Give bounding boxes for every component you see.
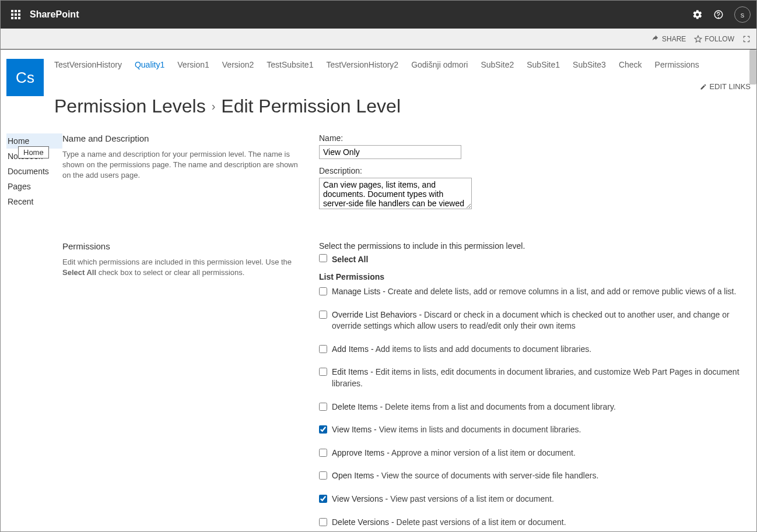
- suite-bar: SharePoint s: [1, 1, 756, 29]
- section-permissions: Permissions Edit which permissions are i…: [62, 241, 751, 531]
- perm-row: Manage Lists - Create and delete lists, …: [319, 286, 751, 298]
- follow-label: FOLLOW: [705, 35, 734, 43]
- section-heading: Permissions: [62, 241, 307, 251]
- focus-icon: [742, 35, 751, 43]
- name-input[interactable]: [319, 145, 461, 159]
- section-name-desc: Name and Description Type a name and des…: [62, 133, 751, 218]
- page-title: Permission Levels › Edit Permission Leve…: [54, 96, 751, 117]
- topnav-item[interactable]: Godišnji odmori: [411, 60, 468, 69]
- perm-checkbox[interactable]: [319, 518, 327, 526]
- quicklaunch-item[interactable]: Documents: [6, 164, 62, 179]
- suite-title[interactable]: SharePoint: [30, 9, 79, 20]
- perm-list: Manage Lists - Create and delete lists, …: [319, 286, 751, 531]
- follow-button[interactable]: FOLLOW: [694, 35, 734, 43]
- pencil-icon: [700, 83, 707, 90]
- perm-checkbox[interactable]: [319, 449, 327, 457]
- suite-right: s: [692, 6, 751, 23]
- help-icon[interactable]: [713, 9, 724, 20]
- perm-intro: Select the permissions to include in thi…: [319, 241, 751, 251]
- perm-label[interactable]: View Versions - View past versions of a …: [332, 494, 554, 505]
- perm-group-title: List Permissions: [319, 272, 751, 281]
- perm-checkbox[interactable]: [319, 368, 327, 376]
- perm-label[interactable]: Approve Items - Approve a minor version …: [332, 448, 576, 459]
- topnav-item[interactable]: SubSite1: [527, 60, 560, 69]
- topnav-item[interactable]: Version1: [177, 60, 209, 69]
- perm-row: Override List Behaviors - Discard or che…: [319, 309, 751, 332]
- edit-links-button[interactable]: EDIT LINKS: [700, 82, 751, 91]
- select-all-label[interactable]: Select All: [332, 255, 369, 264]
- desc-input[interactable]: [319, 178, 472, 209]
- star-icon: [694, 35, 702, 43]
- topnav-item[interactable]: TestVersionHistory: [54, 60, 122, 69]
- section-help: Type a name and description for your per…: [62, 149, 307, 181]
- select-all-row: Select All: [319, 254, 751, 264]
- perm-label[interactable]: Open Items - View the source of document…: [332, 470, 598, 482]
- topnav-item[interactable]: Check: [619, 60, 642, 69]
- avatar[interactable]: s: [734, 6, 751, 23]
- perm-label[interactable]: View Items - View items in lists and doc…: [332, 424, 581, 436]
- section-heading: Name and Description: [62, 133, 307, 143]
- scrollbar[interactable]: [749, 50, 756, 84]
- tooltip: Home: [18, 146, 49, 158]
- share-button[interactable]: SHARE: [651, 35, 686, 43]
- quicklaunch-item[interactable]: Recent: [6, 194, 62, 209]
- perm-label[interactable]: Edit Items - Edit items in lists, edit d…: [332, 367, 751, 389]
- body-area: Cs TestVersionHistoryQuality1Version1Ver…: [1, 50, 756, 531]
- form-area: Name and Description Type a name and des…: [62, 133, 751, 531]
- share-label: SHARE: [662, 35, 686, 43]
- perm-checkbox[interactable]: [319, 425, 327, 434]
- top-nav: TestVersionHistoryQuality1Version1Versio…: [54, 59, 751, 91]
- perm-label[interactable]: Manage Lists - Create and delete lists, …: [332, 286, 736, 298]
- perm-checkbox[interactable]: [319, 345, 327, 353]
- name-label: Name:: [319, 133, 751, 143]
- perm-row: Delete Versions - Delete past versions o…: [319, 517, 751, 529]
- perm-checkbox[interactable]: [319, 403, 327, 411]
- perm-label[interactable]: Delete Versions - Delete past versions o…: [332, 517, 566, 529]
- topnav-item[interactable]: TestVersionHistory2: [326, 60, 398, 69]
- desc-label: Description:: [319, 166, 751, 175]
- focus-button[interactable]: [742, 35, 751, 43]
- below-header: HomeNotebookDocumentsPagesRecentHome Nam…: [6, 133, 751, 531]
- site-logo[interactable]: Cs: [6, 59, 44, 96]
- perm-row: Add Items - Add items to lists and add d…: [319, 344, 751, 355]
- quicklaunch-item[interactable]: Pages: [6, 179, 62, 194]
- breadcrumb-parent[interactable]: Permission Levels: [54, 96, 206, 117]
- select-all-checkbox[interactable]: [319, 254, 327, 262]
- perm-label[interactable]: Add Items - Add items to lists and add d…: [332, 344, 591, 355]
- topnav-item[interactable]: Permissions: [655, 60, 699, 69]
- app-window: SharePoint s SHARE FOLLOW Cs: [0, 0, 757, 532]
- topnav-item[interactable]: SubSite3: [573, 60, 606, 69]
- breadcrumb-current: Edit Permission Level: [221, 96, 401, 117]
- perm-row: Approve Items - Approve a minor version …: [319, 448, 751, 459]
- perm-label[interactable]: Override List Behaviors - Discard or che…: [332, 309, 751, 332]
- app-launcher-icon[interactable]: [6, 5, 25, 24]
- content: Cs TestVersionHistoryQuality1Version1Ver…: [1, 50, 756, 531]
- section-help: Edit which permissions are included in t…: [62, 257, 307, 278]
- action-bar: SHARE FOLLOW: [1, 29, 756, 50]
- breadcrumb-sep: ›: [212, 100, 216, 113]
- share-icon: [651, 35, 660, 43]
- perm-row: View Versions - View past versions of a …: [319, 494, 751, 505]
- gear-icon[interactable]: [692, 9, 703, 20]
- perm-label[interactable]: Delete Items - Delete items from a list …: [332, 401, 616, 413]
- perm-checkbox[interactable]: [319, 471, 327, 480]
- perm-row: View Items - View items in lists and doc…: [319, 424, 751, 436]
- topnav-item[interactable]: SubSite2: [481, 60, 514, 69]
- page-header: Cs TestVersionHistoryQuality1Version1Ver…: [6, 59, 751, 117]
- topnav-item[interactable]: Version2: [222, 60, 254, 69]
- topnav-item[interactable]: TestSubsite1: [267, 60, 313, 69]
- perm-checkbox[interactable]: [319, 287, 327, 295]
- topnav-item[interactable]: Quality1: [135, 60, 164, 69]
- perm-row: Edit Items - Edit items in lists, edit d…: [319, 367, 751, 389]
- perm-row: Open Items - View the source of document…: [319, 470, 751, 482]
- perm-checkbox[interactable]: [319, 495, 327, 503]
- perm-row: Delete Items - Delete items from a list …: [319, 401, 751, 413]
- perm-checkbox[interactable]: [319, 311, 327, 319]
- quicklaunch: HomeNotebookDocumentsPagesRecentHome: [6, 133, 62, 531]
